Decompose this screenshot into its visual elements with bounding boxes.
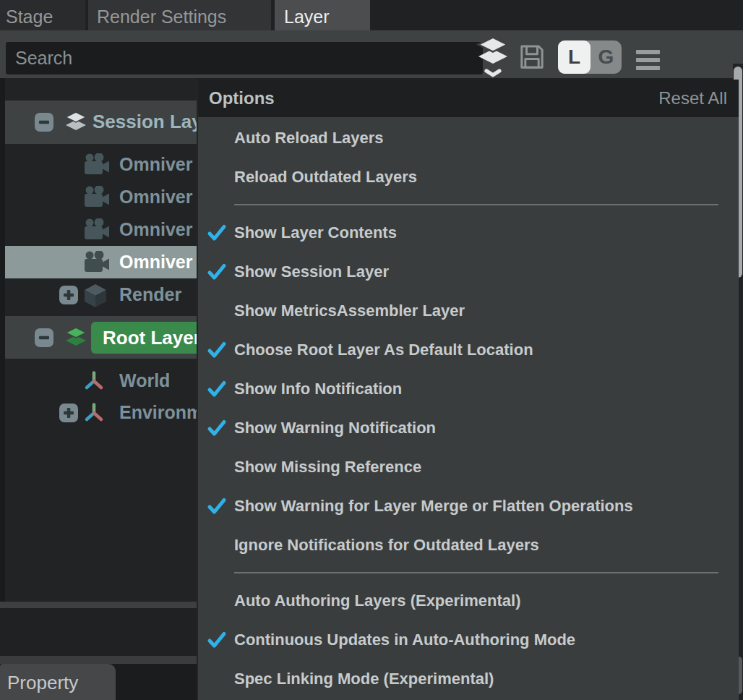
menu-item-show-layer-contents[interactable]: Show Layer Contents [198,213,739,252]
menu-item-label: Show Session Layer [234,262,389,281]
menu-item-label: Show Warning Notification [234,419,436,438]
tab-render-settings[interactable]: Render Settings [88,0,271,30]
menu-item-ignore-notifications-outdated[interactable]: Ignore Notifications for Outdated Layers [198,526,739,565]
menu-item-auto-authoring-layers[interactable]: Auto Authoring Layers (Experimental) [198,581,739,620]
menu-item-label: Show Warning for Layer Merge or Flatten … [234,497,633,516]
menu-item-show-session-layer[interactable]: Show Session Layer [198,252,739,291]
menu-item-show-info-notification[interactable]: Show Info Notification [198,370,739,409]
menu-item-show-warning-notification[interactable]: Show Warning Notification [198,409,739,448]
search-input[interactable] [6,42,483,74]
axis-icon [83,370,105,395]
layer-row-camera[interactable]: Omniver [5,148,197,181]
layer-row-environment[interactable]: Environm [5,397,197,429]
menu-item-label: Reload Outdated Layers [234,168,417,187]
panel-divider [0,602,197,608]
menu-item-reload-outdated-layers[interactable]: Reload Outdated Layers [198,158,739,197]
bottom-tabbar: Property [0,664,197,700]
global-toggle-button[interactable]: G [590,40,622,74]
menu-item-label: Show Missing Reference [234,458,421,477]
menu-title: Options [209,88,275,108]
layer-toolbar: L G [0,30,743,78]
reset-all-button[interactable]: Reset All [658,88,727,108]
tab-layer[interactable]: Layer [275,0,370,30]
menu-item-show-warning-merge-flatten[interactable]: Show Warning for Layer Merge or Flatten … [198,487,739,526]
layer-panel-window: Stage Render Settings Layer L G [0,0,743,700]
hamburger-menu-icon[interactable] [636,50,660,71]
empty-subpanel [0,608,197,656]
expand-button[interactable] [59,286,78,304]
layers-icon-green [63,327,89,351]
layer-label: Omniver [119,219,192,240]
menu-item-label: Show MetricsAssembler Layer [234,302,465,320]
root-layer-label: Root Layer [91,322,197,354]
layer-tree: Session Lay Omniver Omniver [0,78,197,602]
layer-label: World [119,370,170,391]
tab-stage[interactable]: Stage [0,0,85,30]
menu-item-spec-linking-mode[interactable]: Spec Linking Mode (Experimental) [198,660,739,699]
options-menu-header: Options Reset All [198,80,739,117]
menu-item-auto-reload-layers[interactable]: Auto Reload Layers [198,119,739,158]
camera-icon [83,251,111,277]
layer-row-session[interactable]: Session Lay [5,101,197,144]
insert-sublayer-icon[interactable] [476,36,510,78]
menu-item-label: Continuous Updates in Auto-Authoring Mod… [234,631,575,649]
save-icon[interactable] [517,43,546,72]
menu-item-choose-root-layer-default[interactable]: Choose Root Layer As Default Location [198,330,739,370]
menu-item-label: Show Layer Contents [234,223,397,242]
layer-row-root[interactable]: Root Layer [5,316,197,359]
menu-item-label: Auto Authoring Layers (Experimental) [234,592,520,610]
layer-label: Omniver [119,154,192,175]
local-toggle-button[interactable]: L [558,40,590,74]
layer-row-world[interactable]: World [5,365,197,397]
layer-label: Render [119,284,181,305]
panel-tabbar: Stage Render Settings Layer [0,0,743,30]
options-menu-body: Auto Reload Layers Reload Outdated Layer… [198,117,739,699]
menu-item-label: Show Info Notification [234,380,402,398]
axis-icon [83,402,105,427]
menu-item-label: Ignore Notifications for Outdated Layers [234,536,539,555]
layers-icon [63,111,89,136]
collapse-button[interactable] [35,113,53,132]
layer-row-camera-selected[interactable]: Omniver [5,246,197,278]
layer-label: Environm [119,402,197,423]
layer-label: Omniver [119,252,192,273]
layer-row-camera[interactable]: Omniver [5,213,197,246]
camera-icon [83,186,111,212]
expand-button[interactable] [59,404,78,422]
tab-property[interactable]: Property [0,664,116,700]
menu-item-label: Auto Reload Layers [234,129,384,148]
panel-divider [0,656,197,664]
options-menu: Options Reset All Auto Reload Layers Rel… [197,80,739,700]
layer-label: Omniver [119,187,192,208]
layer-label: Session Lay [93,111,197,133]
local-global-toggle[interactable]: L G [558,40,622,74]
collapse-button[interactable] [35,328,53,347]
menu-divider [198,197,739,213]
cube-icon [83,283,108,312]
menu-item-continuous-updates-auto-authoring[interactable]: Continuous Updates in Auto-Authoring Mod… [198,620,739,660]
menu-item-show-missing-reference[interactable]: Show Missing Reference [198,448,739,487]
layer-row-render[interactable]: Render [5,278,197,311]
camera-icon [83,218,111,244]
layer-row-camera[interactable]: Omniver [5,181,197,213]
menu-item-show-metricsassembler-layer[interactable]: Show MetricsAssembler Layer [198,291,739,330]
camera-icon [83,153,111,179]
menu-item-label: Choose Root Layer As Default Location [234,341,533,359]
menu-item-label: Spec Linking Mode (Experimental) [234,670,494,688]
menu-divider [198,565,739,581]
